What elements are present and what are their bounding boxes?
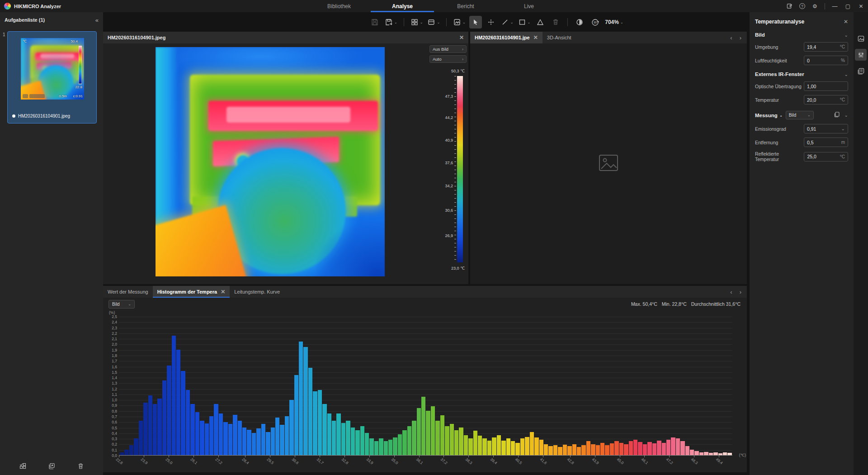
close-window-button[interactable]: ✕ <box>858 3 864 10</box>
histogram-source-select[interactable]: Bild ⌄ <box>108 300 135 309</box>
thermal-thumbnail-art <box>21 38 84 100</box>
field-luftfeuchtigkeit-label: Luftfeuchtigkeit <box>755 58 787 63</box>
field-umgebung-input[interactable]: 19,4 °C <box>804 42 848 52</box>
histogram-bar <box>450 424 454 455</box>
histogram-bar <box>662 443 666 455</box>
range-source-dropdown[interactable]: Aus Bild › <box>429 45 467 53</box>
histogram-bar <box>261 424 265 455</box>
multi-select-button[interactable] <box>19 462 27 472</box>
chevron-down-icon: ⌄ <box>844 72 848 77</box>
analysis-settings-strip-button[interactable] <box>855 49 867 61</box>
x-axis-tick <box>468 456 469 457</box>
save-as-button[interactable]: ⌄ <box>384 16 398 28</box>
export-stack-button[interactable] <box>48 462 56 472</box>
close-tab-icon[interactable]: ✕ <box>221 289 225 295</box>
section-messung-header[interactable]: Messung - Bild ⌄ ⌄ <box>755 111 848 119</box>
close-image-panel-icon[interactable]: ✕ <box>459 34 464 41</box>
tab-leitungstemp[interactable]: Leitungstemp. Kurve <box>230 286 284 298</box>
task-filename-row: HM20260316104901.jpeg <box>12 114 70 119</box>
tab-live[interactable]: Live <box>497 0 561 12</box>
field-luftfeuchtigkeit-input[interactable]: 0 % <box>804 56 848 65</box>
histogram-bar <box>280 425 284 455</box>
scale-colorbar[interactable] <box>457 76 463 262</box>
y-axis-tick-label: 0,9 <box>104 403 117 408</box>
x-axis-tick <box>119 456 119 457</box>
field-emissionsgrad-value: 0,91 <box>807 126 816 132</box>
close-tab-icon[interactable]: ✕ <box>533 34 538 41</box>
histogram-bar <box>308 368 312 455</box>
spot-tool-button[interactable] <box>485 16 497 28</box>
line-tool-button[interactable]: ⌄ <box>500 16 514 28</box>
histogram-bar <box>294 375 298 455</box>
histogram-bar <box>624 444 628 455</box>
field-umgebung-unit: °C <box>840 44 845 49</box>
histogram-bar <box>271 428 275 455</box>
rectangle-tool-button[interactable]: ⌄ <box>517 16 532 28</box>
prev-tab-arrow[interactable]: ‹ <box>730 289 732 295</box>
image-info-strip-button[interactable] <box>855 33 867 44</box>
messung-target-select[interactable]: Bild ⌄ <box>786 111 814 119</box>
histogram-bar <box>600 443 604 455</box>
viewer-tab-image[interactable]: HM20260316104901.jpe ✕ <box>470 32 542 43</box>
palette-image-button[interactable]: ⌄ <box>452 16 467 28</box>
histogram-bar <box>676 438 680 455</box>
chevron-down-icon: ⌄ <box>420 20 423 24</box>
y-axis-tick-label: 1,1 <box>104 392 117 397</box>
tab-histogramm[interactable]: Histogramm der Tempera ✕ <box>153 286 230 298</box>
delete-button[interactable] <box>549 16 562 28</box>
field-entfernung-input[interactable]: 0,5 m <box>804 138 848 147</box>
scale-tick-label: 44,2 <box>445 115 453 120</box>
field-optische-input[interactable]: 1,00 <box>804 81 848 91</box>
zoom-level-control[interactable]: 704% ⌄ <box>604 16 624 28</box>
field-emissionsgrad-input[interactable]: 0,91 ⌄ <box>804 124 848 133</box>
task-thumbnail-card[interactable]: ℃ 50.4 22.8 0.5m ε:0.91 HM20260316104901… <box>7 31 97 124</box>
section-ir-header[interactable]: Externes IR-Fenster ⌄ <box>755 71 848 77</box>
help-icon[interactable]: ? <box>799 3 805 9</box>
copy-parameters-icon[interactable] <box>834 111 840 119</box>
rotate-90-button[interactable]: 90 <box>589 16 601 28</box>
histogram-plot: (%) 0,00,10,20,30,40,50,60,70,80,91,01,1… <box>119 317 732 456</box>
tab-bericht[interactable]: Bericht <box>434 0 497 12</box>
x-axis-tick-label: 28,4 <box>241 457 250 465</box>
window-layout-button[interactable]: ⌄ <box>426 16 441 28</box>
divider <box>404 18 404 26</box>
x-axis-tick-label: 38,3 <box>465 457 473 465</box>
viewer-tab-3d[interactable]: 3D-Ansicht <box>542 32 576 43</box>
histogram-bar <box>322 404 326 455</box>
select-tool-button[interactable] <box>469 16 482 28</box>
scale-tick-label: 30,6 <box>445 208 453 213</box>
grid-layout-button[interactable]: ⌄ <box>410 16 424 28</box>
feedback-icon[interactable] <box>786 3 793 10</box>
contrast-button[interactable] <box>573 16 586 28</box>
tab-analyse[interactable]: Analyse <box>371 0 434 12</box>
maximize-button[interactable]: ▢ <box>844 3 851 10</box>
section-bild-header[interactable]: Bild ⌄ <box>755 32 848 38</box>
thermal-image[interactable] <box>156 47 385 276</box>
chevron-down-icon[interactable]: ⌄ <box>844 113 848 118</box>
histogram-bar <box>332 421 336 455</box>
range-mode-dropdown[interactable]: Auto › <box>429 55 467 63</box>
x-axis-tick-label: 22,8 <box>115 457 124 465</box>
close-analysis-icon[interactable]: ✕ <box>844 19 848 25</box>
histogram-bar <box>492 437 496 455</box>
next-tab-arrow[interactable]: › <box>740 34 741 41</box>
save-button[interactable] <box>368 16 381 28</box>
collapse-sidebar-icon[interactable]: « <box>95 17 99 24</box>
settings-gear-icon[interactable]: ⚙ <box>811 3 818 10</box>
prev-tab-arrow[interactable]: ‹ <box>730 34 732 41</box>
x-axis-tick-label: 29,5 <box>266 457 275 465</box>
x-axis-tick <box>245 456 245 457</box>
next-tab-arrow[interactable]: › <box>740 289 741 295</box>
histogram-bar <box>643 444 647 455</box>
minimize-button[interactable]: — <box>831 3 838 10</box>
tab-wert-der-messung[interactable]: Wert der Messung <box>103 286 153 298</box>
field-temperatur-input[interactable]: 20,0 °C <box>804 95 848 104</box>
field-reflektierte-input[interactable]: 25,0 °C <box>804 152 848 162</box>
polygon-tool-button[interactable] <box>534 16 547 28</box>
histogram-bar <box>341 423 345 455</box>
chevron-right-icon: › <box>462 47 463 52</box>
tab-bibliothek[interactable]: Bibliothek <box>307 0 371 12</box>
trash-button[interactable] <box>77 462 85 472</box>
histogram-bar <box>525 437 529 455</box>
report-pages-strip-button[interactable] <box>855 65 867 77</box>
